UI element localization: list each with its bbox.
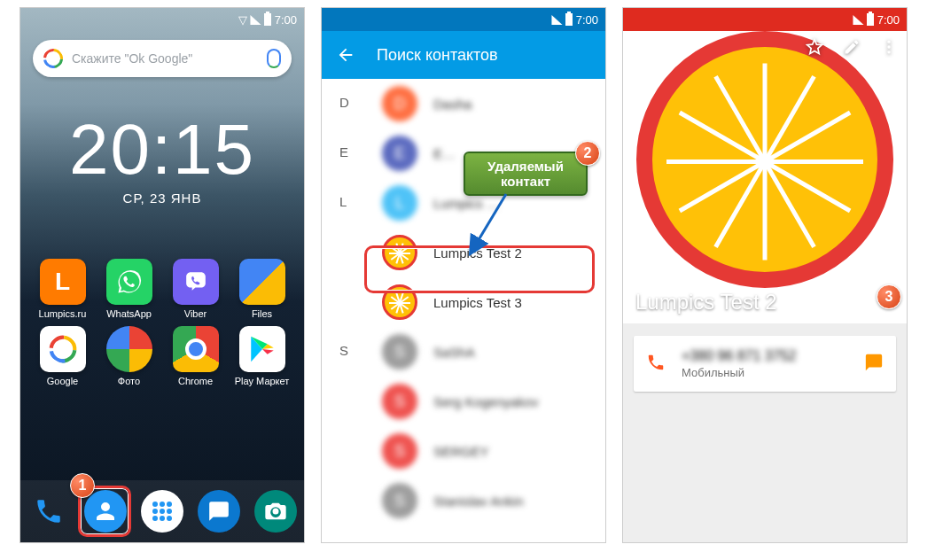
svg-point-0 <box>887 41 890 43</box>
more-vert-icon[interactable] <box>880 38 898 56</box>
status-bar: 7:00 <box>322 8 605 31</box>
app-lumpics[interactable]: LLumpics.ru <box>29 259 96 319</box>
letter-avatar-icon: D <box>382 86 417 121</box>
mic-icon[interactable] <box>267 49 281 68</box>
google-search-bar[interactable]: Скажите "Ok Google" <box>33 40 292 77</box>
svg-point-2 <box>887 51 890 53</box>
clock-date: СР, 23 ЯНВ <box>20 191 304 206</box>
clock-widget[interactable]: 20:15 СР, 23 ЯНВ <box>20 114 304 206</box>
messages-app-icon[interactable] <box>198 490 240 533</box>
phone-card[interactable]: +380 96 871 3752 Мобильный <box>634 336 896 392</box>
phone-contacts-list: 7:00 Поиск контактов DDDashaEEE…LLLumpic… <box>321 7 606 543</box>
status-bar: ▽ 7:00 <box>20 8 304 31</box>
contact-hero: Lumpics Test 2 <box>623 31 907 323</box>
status-bar: 7:00 <box>623 8 907 31</box>
app-google[interactable]: Google <box>29 326 96 386</box>
contact-row[interactable]: SSerg Kogenyakov <box>370 377 605 426</box>
badge-2: 2 <box>575 141 600 166</box>
camera-app-icon[interactable] <box>254 490 297 533</box>
edit-pencil-icon[interactable] <box>843 38 861 56</box>
contact-name: SaShA <box>433 345 475 360</box>
app-whatsapp[interactable]: WhatsApp <box>96 259 162 319</box>
contact-name: E… <box>433 146 456 161</box>
app-photos[interactable]: Фото <box>96 326 162 386</box>
section-letter: S <box>322 327 370 358</box>
dock <box>20 480 304 542</box>
contact-row[interactable]: SStanislav Ankin <box>370 476 605 525</box>
phone-icon[interactable] <box>646 353 666 376</box>
phone-type: Мобильный <box>682 366 848 379</box>
callout-label: Удаляемый контакт <box>464 152 588 196</box>
contact-photo-lemon-icon <box>636 31 893 288</box>
app-viber[interactable]: Viber <box>162 259 229 319</box>
contact-name: Lumpics Test 3 <box>433 295 522 310</box>
svg-point-1 <box>887 45 890 48</box>
badge-3: 3 <box>877 284 901 309</box>
app-grid: LLumpics.ru WhatsApp Viber Files Google … <box>20 259 304 386</box>
contact-row[interactable]: SSERGEY <box>370 426 605 476</box>
contact-name: Serg Kogenyakov <box>433 394 538 409</box>
letter-avatar-icon: S <box>382 483 417 518</box>
sms-icon[interactable] <box>864 353 884 376</box>
letter-avatar-icon: S <box>382 334 417 369</box>
phone-contact-detail: 7:00 Lumpics Test 2 +380 96 871 3752 Моб… <box>622 7 908 543</box>
letter-avatar-icon: L <box>382 185 417 221</box>
contact-name: Stanislav Ankin <box>433 494 524 509</box>
contact-name: Dasha <box>433 97 472 112</box>
status-time: 7:00 <box>275 13 297 27</box>
callout-arrow-icon <box>471 194 524 256</box>
app-drawer-icon[interactable] <box>141 490 183 533</box>
search-placeholder: Скажите "Ok Google" <box>72 51 258 66</box>
clock-time: 20:15 <box>20 114 304 185</box>
letter-avatar-icon: E <box>382 136 417 171</box>
phone-number: +380 96 871 3752 <box>682 348 848 364</box>
google-logo-icon <box>43 49 63 68</box>
letter-avatar-icon: S <box>382 433 417 469</box>
section-letter: D <box>322 79 370 110</box>
app-chrome[interactable]: Chrome <box>162 326 229 386</box>
contact-row[interactable]: DDasha <box>370 79 605 128</box>
contacts-search-bar[interactable]: Поиск контактов <box>322 31 605 79</box>
contact-row[interactable]: SSaShA <box>370 327 605 377</box>
search-label: Поиск контактов <box>377 46 498 65</box>
star-icon[interactable] <box>806 38 823 56</box>
contact-name: Lumpics Test 2 <box>635 290 777 315</box>
letter-avatar-icon: S <box>382 384 417 419</box>
phone-home: ▽ 7:00 Скажите "Ok Google" 20:15 СР, 23 … <box>19 7 305 543</box>
back-arrow-icon[interactable] <box>336 45 355 65</box>
app-play[interactable]: Play Маркет <box>229 326 295 386</box>
contacts-list[interactable]: DDDashaEEE…LLLumpics …Lumpics Test 2Lump… <box>322 79 605 542</box>
app-files[interactable]: Files <box>229 259 295 319</box>
phone-app-icon[interactable] <box>27 490 70 533</box>
section-letter: L <box>322 178 370 209</box>
section-letter: E <box>322 128 370 159</box>
badge-1: 1 <box>70 473 95 498</box>
contact-name: SERGEY <box>433 444 489 459</box>
